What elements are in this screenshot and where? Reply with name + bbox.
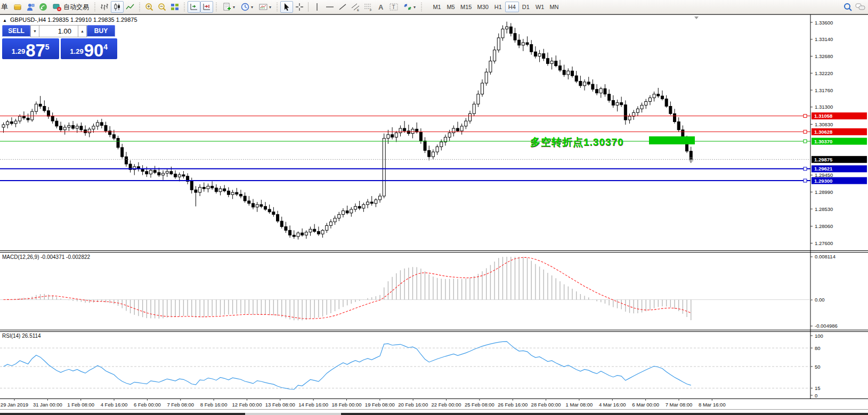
svg-text:F: F: [370, 9, 372, 12]
svg-text:22 Feb 00:00: 22 Feb 00:00: [432, 402, 461, 408]
bid-sup: 5: [45, 43, 50, 51]
svg-text:1.33140: 1.33140: [815, 36, 833, 42]
chart-shift-marker: [694, 17, 699, 19]
period-button[interactable]: ▾: [238, 1, 256, 13]
timeframe-H4[interactable]: H4: [505, 2, 519, 12]
text-icon[interactable]: A: [375, 1, 387, 13]
svg-text:8 Mar 16:00: 8 Mar 16:00: [699, 402, 726, 408]
svg-text:4 Mar 16:00: 4 Mar 16:00: [599, 402, 626, 408]
shift-end-icon[interactable]: [188, 1, 200, 13]
toolbar-grip: [138, 2, 141, 12]
svg-text:0.008114: 0.008114: [815, 254, 835, 259]
text-label-icon[interactable]: T: [387, 1, 400, 13]
svg-text:A: A: [378, 3, 384, 11]
chat-icon[interactable]: [854, 1, 867, 13]
chevron-down-icon: ▾: [233, 5, 235, 10]
bid-big: 87: [26, 44, 45, 58]
pivot-rectangle-object[interactable]: [649, 136, 695, 144]
svg-text:20 Feb 16:00: 20 Feb 16:00: [398, 402, 428, 408]
chart-symbol: GBPUSD-,H4: [10, 17, 46, 23]
timeframe-D1[interactable]: D1: [519, 2, 533, 12]
price-chart[interactable]: 1.310581.306281.303701.296211.293001.298…: [0, 14, 868, 409]
svg-text:28 Feb 00:00: 28 Feb 00:00: [531, 402, 561, 408]
svg-text:19 Feb 08:00: 19 Feb 08:00: [365, 402, 395, 408]
timeframe-M1[interactable]: M1: [430, 2, 444, 12]
symbol-dropdown-icon[interactable]: ▲: [3, 18, 7, 23]
arrows-icon[interactable]: ▾: [400, 1, 418, 13]
time-axis[interactable]: 29 Jan 201931 Jan 00:001 Feb 08:004 Feb …: [1, 398, 726, 408]
mql5-community-icon[interactable]: [24, 1, 37, 13]
svg-text:1.30830: 1.30830: [815, 121, 833, 127]
svg-text:E: E: [357, 9, 359, 12]
tile-windows-icon[interactable]: [168, 1, 181, 13]
svg-text:1.27600: 1.27600: [815, 240, 833, 246]
chevron-down-icon: ▾: [269, 5, 271, 10]
cursor-icon[interactable]: [280, 1, 293, 13]
ask-prefix: 1.29: [70, 47, 83, 55]
rsi-panel[interactable]: 1008050150: [0, 333, 823, 398]
svg-text:1.31058: 1.31058: [814, 113, 832, 119]
svg-text:1.32220: 1.32220: [815, 70, 833, 76]
svg-text:1.28990: 1.28990: [815, 189, 833, 195]
svg-text:12 Feb 00:00: 12 Feb 00:00: [232, 402, 262, 408]
zoom-in-icon[interactable]: [143, 1, 156, 13]
search-icon[interactable]: [841, 1, 854, 13]
timeframe-M5[interactable]: M5: [444, 2, 458, 12]
trendline-icon[interactable]: [336, 1, 349, 13]
rsi-indicator-label: RSI(14) 26.5114: [2, 333, 41, 339]
main-toolbar: 单 自动交易 ▾ ▾: [0, 0, 868, 14]
vertical-line-icon[interactable]: [311, 1, 323, 13]
timeframe-W1[interactable]: W1: [533, 2, 547, 12]
timeframe-MN[interactable]: MN: [547, 2, 561, 12]
status-segment: [245, 413, 341, 415]
toolbar-grip: [275, 2, 279, 12]
bid-price-box[interactable]: 1.29 87 5: [2, 38, 59, 59]
window-bottom-strip: [0, 413, 868, 415]
pivot-annotation-text[interactable]: 多空转折点1.30370: [530, 135, 624, 149]
autotrade-button[interactable]: 自动交易: [50, 1, 92, 13]
svg-text:25 Feb 08:00: 25 Feb 08:00: [465, 402, 494, 408]
market-watch-icon[interactable]: [11, 1, 24, 13]
volume-input[interactable]: [39, 25, 78, 37]
panel-borders: [0, 14, 868, 399]
bar-chart-icon[interactable]: [98, 1, 111, 13]
one-click-trading-panel: SELL ▼ ▲ BUY 1.29 87 5 1.29 90 4: [2, 25, 117, 59]
new-order-label[interactable]: 单: [1, 2, 8, 12]
new-chart-button[interactable]: ▾: [220, 1, 238, 13]
candlestick-chart-icon[interactable]: [111, 1, 124, 13]
horizontal-line-icon[interactable]: [323, 1, 336, 13]
volume-up-button[interactable]: ▲: [78, 25, 87, 37]
equidistant-channel-icon[interactable]: E: [349, 1, 362, 13]
auto-scroll-icon[interactable]: [200, 1, 213, 13]
fibonacci-icon[interactable]: F: [362, 1, 375, 13]
svg-text:1 Mar 08:00: 1 Mar 08:00: [566, 402, 593, 408]
crosshair-icon[interactable]: [293, 1, 306, 13]
svg-text:1.32680: 1.32680: [815, 53, 833, 59]
ask-sup: 4: [103, 43, 108, 51]
timeframe-M15[interactable]: M15: [458, 2, 474, 12]
template-button[interactable]: ▾: [256, 1, 274, 13]
svg-text:13 Feb 08:00: 13 Feb 08:00: [265, 402, 295, 408]
svg-text:31 Jan 00:00: 31 Jan 00:00: [33, 402, 62, 408]
signal-icon[interactable]: [37, 1, 50, 13]
zoom-out-icon[interactable]: [156, 1, 168, 13]
level-lines-group[interactable]: 1.310581.306281.303701.296211.293001.298…: [0, 17, 867, 184]
svg-text:1.29450: 1.29450: [815, 172, 833, 178]
svg-text:7 Feb 08:00: 7 Feb 08:00: [167, 402, 194, 408]
line-chart-icon[interactable]: [124, 1, 136, 13]
macd-panel[interactable]: 0.0081140.00-0.004986: [0, 254, 838, 329]
timeframe-M30[interactable]: M30: [474, 2, 491, 12]
svg-text:26 Feb 16:00: 26 Feb 16:00: [498, 402, 528, 408]
timeframe-H1[interactable]: H1: [491, 2, 505, 12]
buy-button[interactable]: BUY: [87, 25, 115, 37]
sell-button[interactable]: SELL: [2, 25, 30, 37]
volume-down-button[interactable]: ▼: [30, 25, 39, 37]
bid-prefix: 1.29: [12, 47, 25, 55]
ask-price-box[interactable]: 1.29 90 4: [61, 38, 118, 59]
svg-text:1.29621: 1.29621: [814, 166, 833, 172]
svg-text:1.29300: 1.29300: [814, 178, 832, 184]
svg-text:1.33600: 1.33600: [815, 20, 833, 26]
autotrade-label: 自动交易: [63, 3, 89, 12]
svg-text:1.31300: 1.31300: [815, 104, 833, 110]
chart-title: ▲ GBPUSD-,H4 1.29835 1.29910 1.29835 1.2…: [3, 17, 137, 23]
